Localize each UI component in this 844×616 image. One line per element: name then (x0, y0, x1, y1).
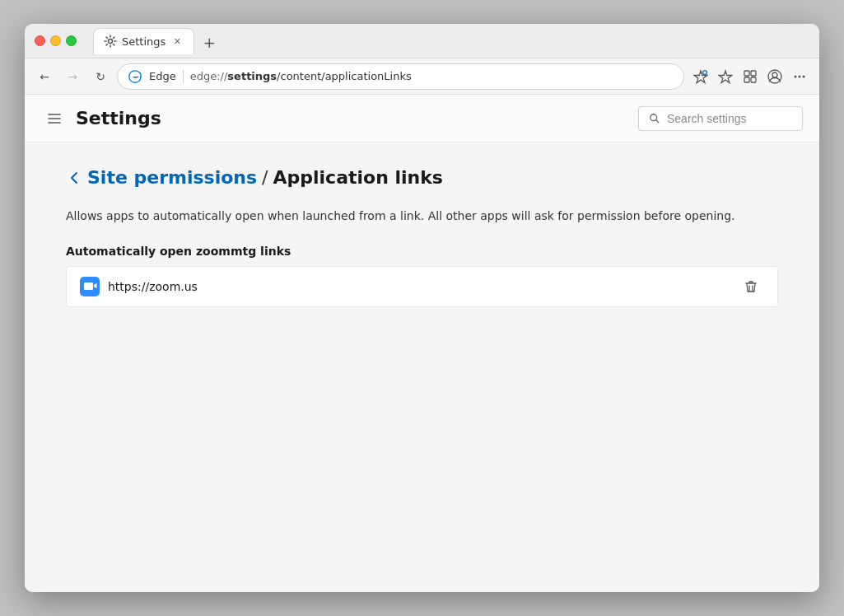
close-button[interactable] (35, 35, 45, 46)
breadcrumb: Site permissions / Application links (66, 167, 778, 188)
content-area: Site permissions / Application links All… (25, 142, 819, 592)
nav-actions (689, 65, 811, 88)
svg-point-7 (772, 72, 777, 77)
hamburger-icon (47, 111, 62, 126)
address-bar[interactable]: Edge edge://settings/content/application… (117, 63, 684, 90)
address-url: edge://settings/content/applicationLinks (190, 70, 674, 82)
hamburger-button[interactable] (41, 105, 68, 132)
forward-button[interactable]: → (61, 65, 84, 88)
settings-tab[interactable]: Settings ✕ (93, 28, 194, 54)
tab-bar: Settings ✕ + (93, 28, 809, 54)
browser-window: Settings ✕ + ← → ↻ Edge edge://sett (25, 24, 819, 592)
minimize-button[interactable] (50, 35, 61, 46)
profile-icon (767, 69, 782, 84)
breadcrumb-back-button[interactable] (66, 170, 82, 186)
svg-point-10 (803, 75, 805, 77)
url-protocol: edge:// (190, 70, 228, 82)
more-icon (792, 69, 807, 84)
svg-point-9 (799, 75, 801, 77)
search-settings-input[interactable] (667, 112, 792, 125)
svg-rect-2 (744, 71, 749, 76)
url-rest: /content/applicationLinks (277, 70, 412, 82)
address-divider (183, 70, 184, 83)
forward-icon: → (68, 70, 77, 83)
search-settings-box[interactable] (638, 106, 803, 131)
url-settings: settings (227, 70, 277, 82)
new-tab-button[interactable]: + (198, 31, 221, 54)
app-url-text: https://zoom.us (108, 280, 730, 293)
settings-area: Settings Site permissions / (25, 95, 819, 592)
maximize-button[interactable] (66, 35, 77, 46)
delete-app-button[interactable] (738, 273, 764, 300)
delete-icon (744, 279, 758, 294)
svg-rect-5 (751, 77, 756, 82)
settings-header: Settings (25, 95, 819, 142)
tab-settings-icon (104, 35, 117, 48)
zoom-app-icon (80, 277, 100, 296)
tab-label: Settings (122, 35, 166, 48)
breadcrumb-site-permissions-link[interactable]: Site permissions (87, 167, 257, 188)
favorites-icon (718, 69, 733, 84)
refresh-icon: ↻ (96, 70, 105, 83)
edge-label: Edge (149, 70, 176, 82)
section-label: Automatically open zoommtg links (66, 245, 778, 258)
breadcrumb-current: Application links (273, 167, 443, 188)
collections-button[interactable] (739, 65, 762, 88)
svg-point-0 (109, 40, 113, 44)
collections-icon (743, 69, 758, 84)
settings-title-group: Settings (41, 105, 161, 132)
svg-rect-4 (744, 77, 749, 82)
app-entry: https://zoom.us (66, 266, 778, 307)
breadcrumb-back-icon (66, 170, 82, 186)
breadcrumb-separator: / (262, 167, 268, 188)
svg-rect-3 (751, 71, 756, 76)
edge-logo-icon (128, 69, 142, 84)
settings-page-title: Settings (76, 108, 161, 128)
star-add-icon (693, 69, 708, 84)
traffic-lights (35, 35, 77, 46)
more-button[interactable] (788, 65, 811, 88)
profile-button[interactable] (763, 65, 786, 88)
back-button[interactable]: ← (33, 65, 56, 88)
title-bar: Settings ✕ + (25, 24, 819, 58)
nav-bar: ← → ↻ Edge edge://settings/content/appli… (25, 58, 819, 95)
search-settings-icon (649, 112, 660, 125)
refresh-button[interactable]: ↻ (89, 65, 112, 88)
description-text: Allows apps to automatically open when l… (66, 208, 778, 225)
favorites-button[interactable] (714, 65, 737, 88)
back-icon: ← (40, 70, 49, 83)
svg-point-8 (795, 75, 797, 77)
favorites-add-button[interactable] (689, 65, 712, 88)
tab-close-button[interactable]: ✕ (170, 35, 184, 48)
